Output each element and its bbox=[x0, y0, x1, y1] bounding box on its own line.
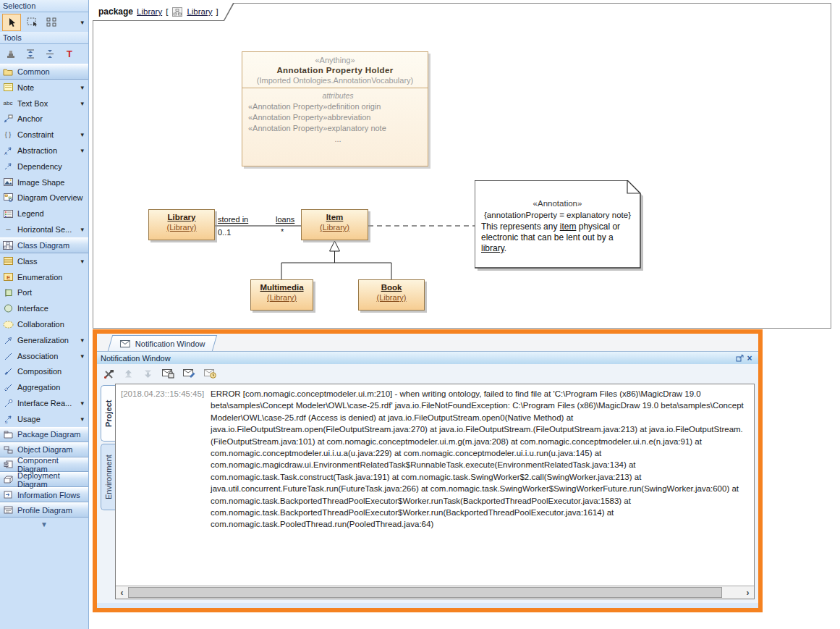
note-icon bbox=[2, 82, 14, 93]
note-property-tag: {annotationProperty = explanatory note} bbox=[481, 208, 634, 221]
sidebar-item-collaboration[interactable]: Collaboration bbox=[0, 316, 88, 332]
sidebar-item-diagram-overview[interactable]: Diagram Overview bbox=[0, 190, 88, 206]
constraint-dropdown[interactable]: ▾ bbox=[80, 131, 86, 138]
interface-realization-dropdown[interactable]: ▾ bbox=[80, 400, 86, 407]
section-header-package-diagram[interactable]: Package Diagram bbox=[0, 427, 88, 442]
arrow-down-icon bbox=[143, 369, 153, 379]
horizontal-scrollbar[interactable]: ‹ › bbox=[116, 586, 754, 599]
generalization-dropdown[interactable]: ▾ bbox=[80, 337, 86, 344]
note-dropdown[interactable]: ▾ bbox=[80, 84, 86, 91]
association-multiplicity-left[interactable]: 0..1 bbox=[218, 228, 231, 237]
notification-history-button[interactable] bbox=[203, 369, 217, 379]
sidebar-item-class[interactable]: Class ▾ bbox=[0, 253, 88, 269]
marquee-select-tool-button[interactable] bbox=[23, 14, 41, 30]
section-header-common[interactable]: Common bbox=[0, 64, 88, 80]
usage-dropdown[interactable]: ▾ bbox=[80, 415, 86, 423]
class-dropdown[interactable]: ▾ bbox=[80, 258, 86, 265]
settings-button[interactable] bbox=[102, 369, 115, 379]
attribute-line[interactable]: «Annotation Property»definition origin bbox=[248, 101, 428, 112]
section-header-information-flows[interactable]: Information Flows bbox=[0, 487, 88, 502]
association-multiplicity-right[interactable]: * bbox=[281, 227, 284, 236]
abstraction-dropdown[interactable]: ▾ bbox=[80, 147, 86, 154]
association-role-stored-in[interactable]: stored in bbox=[218, 215, 248, 224]
sidebar-item-horizontal-separator[interactable]: --- Horizontal Se... ▾ bbox=[0, 221, 88, 237]
sidebar-item-composition[interactable]: Composition bbox=[0, 364, 88, 380]
sidebar-item-constraint[interactable]: { } Constraint ▾ bbox=[0, 127, 88, 143]
class-diagram-type-icon bbox=[171, 7, 183, 17]
diagram-canvas[interactable]: package Library [ Library ] «Anything» A… bbox=[93, 3, 831, 329]
selection-tools-dropdown[interactable]: ▾ bbox=[80, 19, 86, 26]
lock-notifications-button[interactable] bbox=[161, 369, 175, 379]
edit-notifications-button[interactable] bbox=[182, 369, 196, 379]
stamp-icon bbox=[5, 48, 17, 59]
package-name-link[interactable]: Library bbox=[137, 7, 162, 16]
library-link[interactable]: library bbox=[481, 243, 504, 253]
tools-row: T bbox=[0, 44, 88, 64]
text-tool-button[interactable]: T bbox=[61, 46, 78, 62]
tools-section-title: Tools bbox=[0, 32, 88, 44]
image-shape-icon bbox=[2, 177, 14, 187]
class-book[interactable]: Book (Library) bbox=[358, 279, 425, 311]
item-link[interactable]: item bbox=[560, 221, 577, 232]
float-panel-button[interactable] bbox=[734, 353, 744, 363]
class-item[interactable]: Item (Library) bbox=[301, 209, 368, 240]
class-multimedia[interactable]: Multimedia (Library) bbox=[250, 279, 313, 311]
text-box-dropdown[interactable]: ▾ bbox=[80, 100, 86, 107]
class-library[interactable]: Library (Library) bbox=[148, 209, 215, 240]
notification-log-area[interactable]: [2018.04.23::15:45:45] ERROR [com.nomagi… bbox=[115, 384, 755, 599]
sidebar-item-abstraction[interactable]: A Abstraction ▾ bbox=[0, 143, 88, 159]
attribute-line[interactable]: «Annotation Property»explanatory note bbox=[248, 123, 428, 134]
pointer-tool-button[interactable] bbox=[2, 14, 21, 31]
vertical-center-tool-button[interactable] bbox=[41, 46, 59, 62]
attributes-ellipsis: ... bbox=[248, 134, 428, 145]
envelope-icon bbox=[119, 338, 131, 349]
scroll-right-button[interactable]: › bbox=[742, 586, 754, 599]
section-header-object-diagram[interactable]: Object Diagram bbox=[0, 442, 88, 457]
sidebar-item-legend[interactable]: Legend bbox=[0, 206, 88, 221]
collaboration-icon bbox=[2, 319, 14, 330]
sidebar-item-enumeration[interactable]: E Enumeration bbox=[0, 269, 88, 285]
sidebar-item-dependency[interactable]: Dependency bbox=[0, 159, 88, 174]
information-flows-icon bbox=[2, 489, 14, 500]
panel-title-bar: Notification Window × bbox=[97, 352, 758, 364]
scrollbar-thumb[interactable] bbox=[128, 587, 722, 598]
tab-notification-window[interactable]: Notification Window bbox=[108, 335, 217, 351]
previous-notification-button[interactable] bbox=[122, 369, 135, 379]
sidebar-item-association[interactable]: Association ▾ bbox=[0, 348, 88, 364]
attribute-line[interactable]: «Annotation Property»abbreviation bbox=[248, 112, 428, 123]
sidebar-item-generalization[interactable]: Generalization ▾ bbox=[0, 332, 88, 348]
horizontal-separator-dropdown[interactable]: ▾ bbox=[80, 226, 86, 233]
section-header-deployment-diagram[interactable]: Deployment Diagram bbox=[0, 472, 88, 487]
diagram-connectors bbox=[93, 4, 831, 328]
next-notification-button[interactable] bbox=[141, 369, 154, 379]
sidebar-item-usage[interactable]: u Usage ▾ bbox=[0, 411, 88, 427]
sidebar-item-interface[interactable]: Interface bbox=[0, 300, 88, 316]
sticky-tool-button[interactable] bbox=[2, 46, 20, 62]
diagram-name-link[interactable]: Library bbox=[187, 7, 212, 16]
sidebar-item-interface-realization[interactable]: Interface Rea... ▾ bbox=[0, 395, 88, 411]
section-header-profile-diagram[interactable]: Profile Diagram bbox=[0, 502, 88, 518]
close-panel-button[interactable]: × bbox=[744, 353, 755, 363]
aggregation-icon bbox=[2, 382, 14, 393]
section-header-class-diagram[interactable]: Class Diagram bbox=[0, 237, 88, 253]
arrow-up-icon bbox=[124, 369, 133, 379]
sidebar-item-image-shape[interactable]: Image Shape bbox=[0, 174, 88, 190]
sidebar-item-text-box[interactable]: abc Text Box ▾ bbox=[0, 96, 88, 111]
vertical-center-icon bbox=[44, 48, 56, 59]
sidebar-item-aggregation[interactable]: Aggregation bbox=[0, 379, 88, 395]
multi-select-tool-button[interactable] bbox=[43, 14, 60, 30]
tab-environment[interactable]: Environment bbox=[101, 444, 115, 510]
vertical-distribute-tool-button[interactable] bbox=[22, 46, 39, 62]
section-header-component-diagram[interactable]: Component Diagram bbox=[0, 457, 88, 473]
diagram-kind-label: package bbox=[98, 7, 133, 17]
tab-project[interactable]: Project bbox=[101, 385, 115, 442]
sidebar-item-note[interactable]: Note ▾ bbox=[0, 80, 88, 96]
association-role-loans[interactable]: loans bbox=[276, 215, 294, 224]
scroll-left-button[interactable]: ‹ bbox=[116, 586, 128, 599]
class-annotation-property-holder[interactable]: «Anything» Annotation Property Holder (I… bbox=[242, 51, 428, 166]
sidebar-item-anchor[interactable]: Anchor bbox=[0, 111, 88, 127]
annotation-note[interactable]: «Annotation» {annotationProperty = expla… bbox=[475, 180, 644, 271]
palette-expand-button[interactable]: ▼ bbox=[0, 520, 88, 528]
association-dropdown[interactable]: ▾ bbox=[80, 353, 86, 360]
sidebar-item-port[interactable]: Port bbox=[0, 285, 88, 301]
